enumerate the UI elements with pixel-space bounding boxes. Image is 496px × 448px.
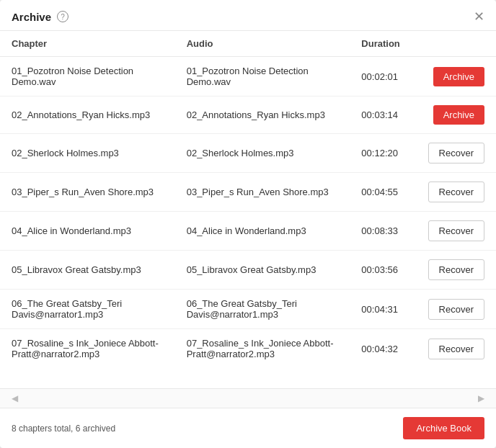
- action-cell: Recover: [415, 134, 496, 173]
- table-row: 07_Rosaline_s Ink_Joniece Abbott-Pratt@n…: [0, 329, 496, 369]
- table-row: 02_Annotations_Ryan Hicks.mp302_Annotati…: [0, 97, 496, 134]
- archive-book-button[interactable]: Archive Book: [403, 417, 484, 439]
- col-header-audio: Audio: [175, 31, 350, 57]
- scroll-bottom-bar: ◀ ▶: [0, 388, 496, 408]
- action-cell: Recover: [415, 251, 496, 290]
- recover-button[interactable]: Recover: [428, 143, 484, 163]
- recover-button[interactable]: Recover: [428, 220, 484, 241]
- action-cell: Recover: [415, 290, 496, 329]
- chapter-cell: 01_Pozotron Noise Detection Demo.wav: [0, 57, 175, 97]
- action-cell: Archive: [415, 97, 496, 134]
- action-cell: Recover: [415, 173, 496, 212]
- audio-cell: 04_Alice in Wonderland.mp3: [175, 212, 350, 251]
- table-row: 03_Piper_s Run_Aven Shore.mp303_Piper_s …: [0, 173, 496, 212]
- col-header-duration: Duration: [350, 31, 415, 57]
- table-row: 04_Alice in Wonderland.mp304_Alice in Wo…: [0, 212, 496, 251]
- audio-cell: 02_Annotations_Ryan Hicks.mp3: [175, 97, 350, 134]
- chapter-cell: 05_Libravox Great Gatsby.mp3: [0, 251, 175, 290]
- recover-button[interactable]: Recover: [428, 339, 484, 359]
- scroll-right-arrow[interactable]: ▶: [478, 393, 484, 403]
- audio-cell: 06_The Great Gatsby_Teri Davis@narrator1…: [175, 290, 350, 329]
- recover-button[interactable]: Recover: [428, 299, 484, 320]
- col-header-chapter: Chapter: [0, 31, 175, 57]
- chapter-cell: 07_Rosaline_s Ink_Joniece Abbott-Pratt@n…: [0, 329, 175, 369]
- audio-cell: 05_Libravox Great Gatsby.mp3: [175, 251, 350, 290]
- recover-button[interactable]: Recover: [428, 182, 484, 202]
- archive-button[interactable]: Archive: [433, 105, 484, 125]
- scroll-left-arrow[interactable]: ◀: [12, 393, 18, 403]
- archive-table: Chapter Audio Duration 01_Pozotron Noise…: [0, 31, 496, 368]
- help-icon[interactable]: ?: [57, 11, 68, 22]
- close-icon[interactable]: ✕: [474, 10, 484, 23]
- duration-cell: 00:03:14: [350, 97, 415, 134]
- table-row: 06_The Great Gatsby_Teri Davis@narrator1…: [0, 290, 496, 329]
- dialog-title: Archive: [12, 11, 51, 23]
- footer-status: 8 chapters total, 6 archived: [12, 424, 115, 434]
- audio-cell: 03_Piper_s Run_Aven Shore.mp3: [175, 173, 350, 212]
- dialog-footer: 8 chapters total, 6 archived Archive Boo…: [0, 408, 496, 448]
- duration-cell: 00:12:20: [350, 134, 415, 173]
- chapter-cell: 02_Annotations_Ryan Hicks.mp3: [0, 97, 175, 134]
- chapter-cell: 04_Alice in Wonderland.mp3: [0, 212, 175, 251]
- duration-cell: 00:04:31: [350, 290, 415, 329]
- dialog-header: Archive ? ✕: [0, 0, 496, 31]
- chapter-cell: 06_The Great Gatsby_Teri Davis@narrator1…: [0, 290, 175, 329]
- duration-cell: 00:08:33: [350, 212, 415, 251]
- action-cell: Archive: [415, 57, 496, 97]
- table-header-row: Chapter Audio Duration: [0, 31, 496, 57]
- duration-cell: 00:04:32: [350, 329, 415, 369]
- action-cell: Recover: [415, 329, 496, 369]
- duration-cell: 00:03:56: [350, 251, 415, 290]
- table-row: 01_Pozotron Noise Detection Demo.wav01_P…: [0, 57, 496, 97]
- table-row: 05_Libravox Great Gatsby.mp305_Libravox …: [0, 251, 496, 290]
- audio-cell: 01_Pozotron Noise Detection Demo.wav: [175, 57, 350, 97]
- chapter-cell: 03_Piper_s Run_Aven Shore.mp3: [0, 173, 175, 212]
- action-cell: Recover: [415, 212, 496, 251]
- archive-button[interactable]: Archive: [433, 67, 484, 86]
- recover-button[interactable]: Recover: [428, 259, 484, 280]
- table-row: 02_Sherlock Holmes.mp302_Sherlock Holmes…: [0, 134, 496, 173]
- col-header-action: [415, 31, 496, 57]
- audio-cell: 07_Rosaline_s Ink_Joniece Abbott-Pratt@n…: [175, 329, 350, 369]
- audio-cell: 02_Sherlock Holmes.mp3: [175, 134, 350, 173]
- duration-cell: 00:02:01: [350, 57, 415, 97]
- table-container: Chapter Audio Duration 01_Pozotron Noise…: [0, 31, 496, 388]
- duration-cell: 00:04:55: [350, 173, 415, 212]
- chapter-cell: 02_Sherlock Holmes.mp3: [0, 134, 175, 173]
- archive-dialog: Archive ? ✕ Chapter Audio Duration 01_Po…: [0, 0, 496, 448]
